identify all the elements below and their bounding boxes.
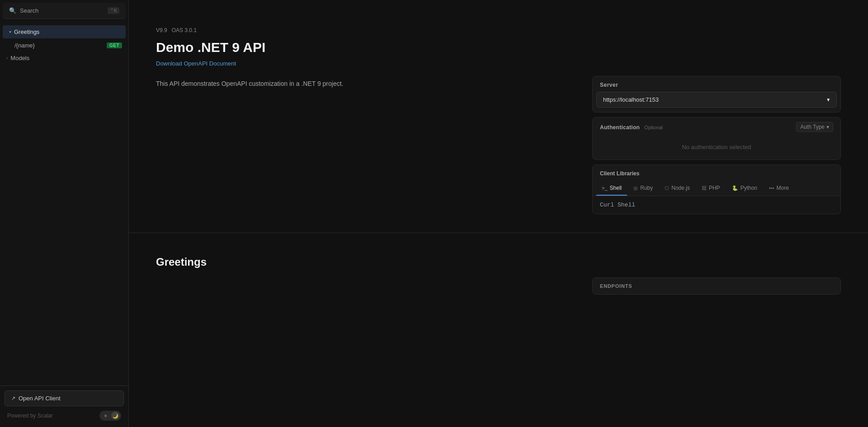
nodejs-icon: ⬡: [665, 185, 669, 191]
search-shortcut: ⌃K: [108, 7, 119, 14]
theme-toggle[interactable]: ☀ 🌙: [99, 411, 121, 421]
tab-more-label: More: [777, 185, 789, 191]
server-chevron-icon: ▾: [827, 96, 830, 103]
search-icon: 🔍: [9, 7, 16, 14]
tab-nodejs[interactable]: ⬡ Node.js: [659, 181, 695, 196]
auth-empty-message: No authentication selected: [600, 137, 833, 153]
greetings-section: Greetings ENDPOINTS: [129, 233, 868, 304]
main-content: V9.9 OAS 3.0.1 Demo .NET 9 API Download …: [129, 0, 868, 427]
auth-type-chevron-icon: ▾: [826, 124, 829, 130]
curl-display: Curl Shell: [593, 196, 840, 214]
endpoints-header: ENDPOINTS: [593, 278, 840, 294]
nav-section: ▾ Greetings /{name} GET › Models: [0, 22, 128, 67]
download-openapi-link[interactable]: Download OpenAPI Document: [156, 60, 236, 67]
tab-python[interactable]: 🐍 Python: [726, 181, 763, 196]
python-icon: 🐍: [732, 185, 738, 191]
tab-more[interactable]: ••• More: [764, 181, 794, 196]
open-api-client-label: Open API Client: [19, 395, 61, 402]
tab-python-label: Python: [741, 185, 757, 191]
greetings-content-layout: ENDPOINTS: [156, 277, 841, 295]
right-panel: Server https://localhost:7153 ▾ Authenti…: [592, 76, 841, 214]
tab-php-label: PHP: [709, 185, 720, 191]
tab-ruby-label: Ruby: [640, 185, 653, 191]
open-api-client-button[interactable]: ↗ Open API Client: [5, 390, 124, 406]
auth-header: Authentication Optional Auth Type ▾: [600, 122, 833, 132]
auth-section: Authentication Optional Auth Type ▾ No a…: [593, 117, 840, 160]
sidebar: 🔍 Search ⌃K ▾ Greetings /{name} GET › Mo…: [0, 0, 129, 427]
powered-by-label: Powered by Scalar: [7, 413, 53, 419]
auth-title: Authentication: [600, 124, 640, 131]
server-label: Server: [593, 76, 840, 92]
external-link-icon: ↗: [11, 395, 15, 401]
dark-theme-icon: 🌙: [111, 412, 119, 420]
api-description: This API demonstrates OpenAPI customizat…: [156, 76, 574, 89]
sidebar-bottom: ↗ Open API Client Powered by Scalar ☀ 🌙: [0, 385, 128, 427]
nav-item-name-endpoint[interactable]: /{name} GET: [0, 39, 128, 52]
server-card: Server https://localhost:7153 ▾: [592, 76, 841, 113]
tab-nodejs-label: Node.js: [671, 185, 690, 191]
tab-php[interactable]: ⛓ PHP: [696, 181, 726, 196]
nav-group-greetings-label: Greetings: [14, 28, 39, 35]
nav-group-greetings[interactable]: ▾ Greetings: [3, 25, 126, 38]
auth-type-label: Auth Type: [800, 124, 825, 130]
server-url-value: https://localhost:7153: [603, 96, 659, 103]
more-icon: •••: [769, 185, 774, 191]
light-theme-icon: ☀: [101, 412, 109, 420]
api-oas: OAS 3.0.1: [172, 27, 197, 33]
php-icon: ⛓: [702, 185, 707, 191]
server-url-selector[interactable]: https://localhost:7153 ▾: [596, 92, 837, 108]
chevron-down-icon: ▾: [9, 29, 11, 34]
shell-icon: >_: [602, 185, 608, 191]
api-version: V9.9: [156, 27, 167, 33]
nav-models-label: Models: [10, 55, 29, 61]
search-label: Search: [20, 7, 104, 14]
endpoints-card: ENDPOINTS: [592, 277, 841, 295]
chevron-right-icon: ›: [6, 56, 8, 61]
client-libraries-card: Client Libraries >_ Shell ◎ Ruby: [592, 164, 841, 214]
main-top-section: V9.9 OAS 3.0.1 Demo .NET 9 API Download …: [129, 0, 868, 233]
main-content-layout: This API demonstrates OpenAPI customizat…: [156, 76, 841, 214]
tab-shell[interactable]: >_ Shell: [596, 181, 627, 196]
auth-optional: Optional: [644, 125, 663, 130]
nav-item-name-label: /{name}: [14, 42, 35, 49]
tab-shell-label: Shell: [610, 185, 622, 191]
auth-title-group: Authentication Optional: [600, 123, 663, 131]
tab-ruby[interactable]: ◎ Ruby: [628, 181, 658, 196]
client-libraries-label: Client Libraries: [593, 165, 840, 181]
ruby-icon: ◎: [633, 185, 638, 191]
authentication-card: Authentication Optional Auth Type ▾ No a…: [592, 117, 841, 160]
powered-by-section: Powered by Scalar ☀ 🌙: [5, 406, 124, 422]
nav-item-models[interactable]: › Models: [0, 52, 128, 65]
api-meta: V9.9 OAS 3.0.1: [156, 27, 841, 33]
auth-type-button[interactable]: Auth Type ▾: [796, 122, 833, 132]
search-bar[interactable]: 🔍 Search ⌃K: [3, 3, 126, 19]
api-title: Demo .NET 9 API: [156, 40, 841, 55]
client-tabs: >_ Shell ◎ Ruby ⬡ Node.js: [593, 181, 840, 196]
nav-item-get-badge: GET: [107, 42, 122, 48]
greetings-title: Greetings: [156, 256, 841, 268]
